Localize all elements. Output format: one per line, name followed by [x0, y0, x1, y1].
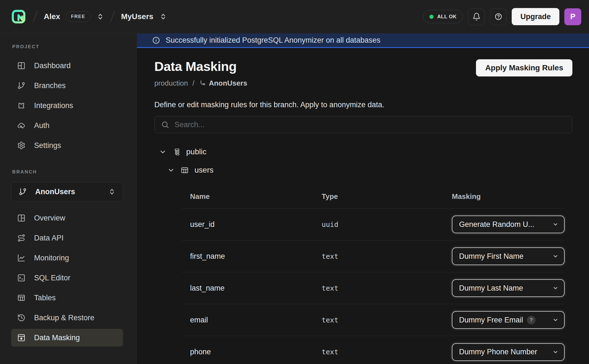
tree-node-table[interactable]: users	[167, 161, 572, 179]
tree-node-label: public	[186, 147, 206, 156]
neon-logo-icon[interactable]	[11, 9, 27, 25]
sidebar-item-label: SQL Editor	[34, 274, 70, 282]
sidebar-item-label: Monitoring	[34, 254, 69, 262]
breadcrumb-current[interactable]: AnonUsers	[199, 79, 247, 88]
status-label: ALL OK	[437, 14, 457, 20]
sidebar-item-dashboard[interactable]: Dashboard	[11, 57, 123, 75]
sidebar-item-label: Integrations	[34, 101, 73, 110]
column-name: first_name	[182, 252, 322, 261]
status-pill[interactable]: ALL OK	[423, 10, 463, 23]
breadcrumb-current-label: AnonUsers	[209, 79, 247, 88]
upgrade-button[interactable]: Upgrade	[512, 8, 559, 25]
status-ok-dot	[429, 15, 434, 19]
sidebar-item-overview[interactable]: Overview	[11, 209, 123, 227]
sidebar-item-label: Overview	[34, 214, 65, 222]
column-header-type: Type	[322, 192, 452, 201]
sidebar-item-integrations[interactable]: Integrations	[11, 97, 123, 114]
sidebar-item-label: Data Masking	[34, 334, 80, 342]
chevron-down-icon	[552, 253, 559, 259]
column-type: text	[322, 316, 452, 324]
tree-node-schema[interactable]: public	[159, 143, 572, 161]
masking-select-value: Dummy Last Name	[459, 284, 523, 293]
dashboard-icon	[17, 61, 25, 70]
masking-select[interactable]: Dummy Free Email ?	[452, 311, 565, 329]
sidebar-item-monitoring[interactable]: Monitoring	[11, 249, 123, 267]
sidebar-item-data-masking[interactable]: Data Masking	[11, 329, 123, 347]
masking-select-value: Generate Random U...	[459, 220, 534, 229]
breadcrumb-slash	[33, 11, 38, 23]
project-name[interactable]: MyUsers	[121, 12, 153, 21]
chevron-down-icon	[552, 285, 559, 291]
project-switcher-button[interactable]	[160, 13, 167, 20]
success-banner: Successfully initialized PostgreSQL Anon…	[137, 34, 589, 48]
gear-icon	[17, 141, 25, 150]
help-badge-icon[interactable]: ?	[527, 316, 536, 324]
breadcrumb-parent[interactable]: production	[154, 79, 188, 88]
sidebar-item-label: Data API	[34, 234, 64, 242]
table-icon	[181, 166, 189, 174]
info-icon	[152, 36, 160, 45]
apply-masking-rules-button[interactable]: Apply Masking Rules	[476, 59, 572, 76]
table-row: email text Dummy Free Email ?	[182, 304, 564, 336]
search-input[interactable]	[175, 121, 566, 129]
sidebar-item-data-api[interactable]: Data API	[11, 229, 123, 247]
masking-rules-table: Name Type Masking user_id uuid Generate …	[182, 185, 564, 364]
sidebar-item-tables[interactable]: Tables	[11, 289, 123, 307]
sidebar-item-branches[interactable]: Branches	[11, 77, 123, 94]
history-icon	[17, 314, 25, 322]
column-name: last_name	[182, 284, 322, 293]
panels-icon	[17, 214, 25, 222]
schema-icon	[172, 148, 180, 156]
sidebar-item-label: Tables	[34, 294, 56, 302]
table-header-row: Name Type Masking	[182, 185, 564, 209]
sidebar-item-auth[interactable]: Auth	[11, 117, 123, 134]
tree-node-label: users	[194, 166, 213, 175]
notifications-button[interactable]	[468, 8, 485, 25]
column-header-masking: Masking	[452, 192, 564, 201]
child-branch-icon	[199, 80, 206, 87]
sidebar-item-sql-editor[interactable]: SQL Editor	[11, 269, 123, 287]
column-name: phone	[182, 348, 322, 356]
table-row: first_name text Dummy First Name	[182, 240, 564, 272]
banner-message: Successfully initialized PostgreSQL Anon…	[166, 36, 380, 45]
terminal-icon	[17, 274, 25, 282]
column-type: text	[322, 284, 452, 292]
topbar: Alex FREE MyUsers ALL OK Upgrade P	[0, 0, 589, 34]
chevron-down-icon[interactable]	[167, 166, 175, 174]
masking-select-value: Dummy Phone Number	[459, 348, 537, 356]
masking-select[interactable]: Generate Random U...	[452, 216, 565, 233]
masking-select-value: Dummy Free Email	[459, 316, 523, 324]
org-name[interactable]: Alex	[44, 12, 60, 21]
user-avatar[interactable]: P	[564, 8, 581, 25]
sidebar-item-settings[interactable]: Settings	[11, 137, 123, 154]
sidebar-item-label: Backup & Restore	[34, 314, 94, 322]
branch-selector[interactable]: AnonUsers	[11, 182, 123, 201]
branch-selector-value: AnonUsers	[35, 188, 75, 196]
column-header-name: Name	[182, 192, 322, 201]
sidebar-item-label: Dashboard	[34, 61, 71, 70]
plan-badge: FREE	[66, 11, 91, 22]
chevrons-up-down-icon	[108, 188, 116, 195]
help-button[interactable]	[490, 8, 507, 25]
sidebar-item-backup-restore[interactable]: Backup & Restore	[11, 309, 123, 327]
puzzle-icon	[17, 101, 25, 110]
search-icon	[161, 121, 169, 129]
project-section-label: PROJECT	[11, 44, 123, 50]
search-box	[154, 116, 572, 133]
bell-icon	[472, 12, 481, 21]
column-type: uuid	[322, 221, 452, 229]
project-crumb: MyUsers	[121, 12, 167, 21]
masking-select[interactable]: Dummy First Name	[452, 247, 565, 265]
cloud-key-icon	[17, 121, 25, 130]
main-content: Successfully initialized PostgreSQL Anon…	[137, 34, 589, 364]
org-crumb: Alex FREE	[44, 11, 104, 22]
table-row: phone text Dummy Phone Number	[182, 336, 564, 364]
org-switcher-button[interactable]	[97, 13, 104, 20]
branch-section-label: BRANCH	[11, 169, 123, 175]
sidebar-item-label: Branches	[34, 81, 66, 90]
breadcrumb: production / AnonUsers	[154, 79, 247, 88]
chevron-down-icon[interactable]	[159, 148, 167, 156]
masking-select[interactable]: Dummy Last Name	[452, 279, 565, 297]
column-name: user_id	[182, 220, 322, 229]
masking-select[interactable]: Dummy Phone Number	[452, 343, 565, 361]
